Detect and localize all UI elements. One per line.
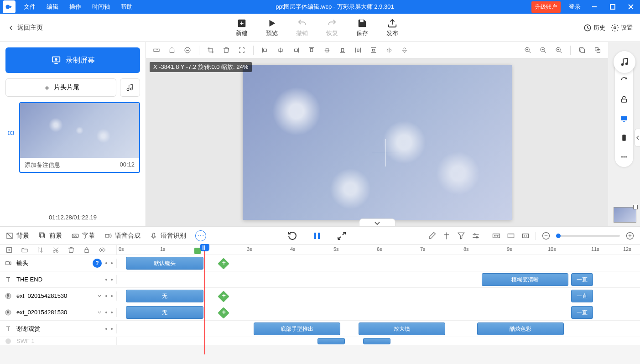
clip-push-bottom[interactable]: 底部手型推出 [254,322,340,335]
crop-tool[interactable] [204,43,218,57]
save-button[interactable]: 保存 [356,18,368,37]
clip-note-label[interactable]: 添加备注信息 [25,161,60,169]
trash-tool[interactable] [66,244,77,255]
timeline-ruler[interactable]: 0s 1s 2s 3s 4s 5s 6s 7s 8s 9s 10s 11s 12… [117,245,640,255]
zoom-slider[interactable] [556,235,620,237]
tab-tts[interactable]: 语音合成 [104,232,140,240]
zoom-in-button[interactable] [625,231,635,240]
sort-tool[interactable] [35,244,46,255]
zoom-in-tool[interactable] [521,43,535,57]
help-icon[interactable]: ? [93,259,102,268]
add-keyframe-button[interactable] [218,258,229,269]
clip-none[interactable]: 无 [126,306,203,319]
marker-tool[interactable] [442,231,451,240]
distribute-h-tool[interactable] [351,43,365,57]
redo-button[interactable]: 恢复 [326,18,338,37]
mobile-view-tool[interactable] [618,131,630,144]
align-left-tool[interactable] [258,43,272,57]
folder-tool[interactable] [19,244,30,255]
fit-width-tool[interactable] [492,231,501,240]
undo-button[interactable]: 撤销 [296,18,308,37]
back-home-button[interactable]: 返回主页 [0,20,50,36]
tab-more[interactable]: ⋯ [195,230,206,241]
zoom-out-button[interactable] [541,231,551,240]
clip-default-camera[interactable]: 默认镜头 [126,257,203,270]
flip-h-tool[interactable] [382,43,396,57]
visibility-tool[interactable] [97,244,108,255]
preview-button[interactable]: 预览 [266,18,278,37]
canvas-viewport[interactable]: X -3841.8 Y -7.2 旋转:0.0 缩放: 24% [146,58,608,226]
expand-panel-button[interactable] [635,129,640,147]
clip-always[interactable]: 一直 [571,273,593,286]
upgrade-button[interactable]: 升级账户 [531,1,561,13]
align-center-v-tool[interactable] [320,43,334,57]
clip-always[interactable]: 一直 [571,290,593,302]
zoom-fit-tool[interactable] [552,43,566,57]
add-keyframe-button[interactable] [218,307,229,318]
add-keyframe-button[interactable] [218,291,229,302]
publish-button[interactable]: 发布 [386,18,398,37]
marker-green-icon[interactable] [194,248,201,254]
focus-tool[interactable] [235,43,249,57]
settings-button[interactable]: 设置 [611,24,633,32]
tab-asr[interactable]: 语音识别 [150,232,186,240]
minimize-button[interactable] [585,0,604,14]
chevron-down-icon[interactable] [97,294,102,298]
clip-cool-color[interactable]: 酷炫色彩 [477,322,564,335]
close-button[interactable] [622,0,640,14]
floating-music-button[interactable] [614,51,635,73]
tab-foreground[interactable]: 前景 [38,232,62,240]
copy-tool[interactable] [575,43,589,57]
ruler-tool[interactable] [150,43,163,57]
canvas-content[interactable] [243,65,512,220]
clip-card[interactable]: 添加备注信息 00:12 [19,102,140,173]
zoom-out-tool[interactable] [536,43,550,57]
align-bottom-tool[interactable] [336,43,349,57]
flip-v-tool[interactable] [398,43,411,57]
new-button[interactable]: 新建 [236,18,248,37]
expand-button[interactable] [336,230,347,241]
paste-tool[interactable] [591,43,604,57]
menu-help[interactable]: 帮助 [115,3,138,11]
chevron-down-icon[interactable] [97,310,102,315]
cut-tool[interactable] [50,244,61,255]
head-tail-button[interactable]: ＋片头片尾 [5,78,116,97]
lock-tool[interactable] [618,93,630,106]
edit-tool[interactable] [427,231,437,240]
menu-timeline[interactable]: 时间轴 [87,3,115,11]
more-view-tool[interactable] [618,151,630,163]
add-track-tool[interactable] [4,244,15,255]
home-tool[interactable] [165,43,179,57]
align-right-tool[interactable] [289,43,303,57]
clip-blur-clear[interactable]: 模糊变清晰 [482,273,568,286]
settings-tool[interactable] [471,231,480,240]
clip-none[interactable]: 无 [126,290,203,302]
collapse-canvas-button[interactable] [359,218,395,226]
playhead[interactable] [204,245,205,354]
align-top-tool[interactable] [305,43,318,57]
maximize-button[interactable] [604,0,622,14]
login-button[interactable]: 登录 [564,3,585,11]
clip-always[interactable]: 一直 [571,306,593,319]
delete-tool[interactable] [219,43,233,57]
mini-thumbnail[interactable] [614,207,636,223]
pause-button[interactable] [312,230,323,241]
record-screen-button[interactable]: 录制屏幕 [5,47,140,73]
tab-background[interactable]: 背景 [5,232,29,240]
clip-partial[interactable] [363,338,390,344]
history-button[interactable]: 历史 [583,24,605,32]
more-tool[interactable] [181,43,194,57]
desktop-view-tool[interactable] [618,112,630,125]
clip-partial[interactable] [317,338,345,344]
replay-button[interactable] [287,230,298,241]
tab-subtitle[interactable]: CC字幕 [71,232,95,240]
clip-magnifier[interactable]: 放大镜 [359,322,445,335]
music-button[interactable] [120,78,140,97]
menu-operate[interactable]: 操作 [64,3,87,11]
fit-all-tool[interactable] [506,231,515,240]
align-center-h-tool[interactable] [274,43,287,57]
lock-track-tool[interactable] [81,244,92,255]
ratio-tool[interactable]: 1:1 [521,231,530,240]
distribute-v-tool[interactable] [367,43,380,57]
menu-edit[interactable]: 编辑 [41,3,64,11]
